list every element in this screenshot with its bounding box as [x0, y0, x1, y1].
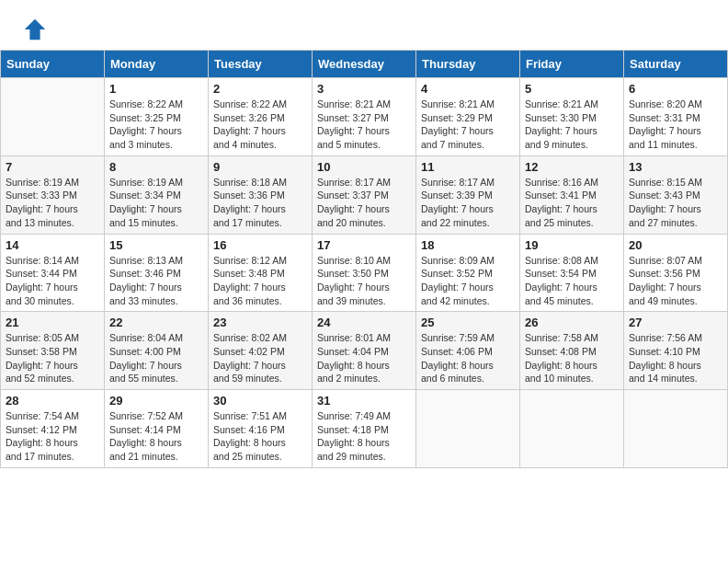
- calendar-cell: [624, 390, 728, 468]
- day-number: 19: [525, 238, 619, 252]
- day-info: Sunrise: 8:21 AM Sunset: 3:27 PM Dayligh…: [317, 98, 411, 152]
- day-info: Sunrise: 8:21 AM Sunset: 3:29 PM Dayligh…: [421, 98, 515, 152]
- day-info: Sunrise: 8:14 AM Sunset: 3:44 PM Dayligh…: [6, 254, 99, 308]
- day-info: Sunrise: 8:22 AM Sunset: 3:25 PM Dayligh…: [109, 98, 203, 152]
- week-row-4: 21Sunrise: 8:05 AM Sunset: 3:58 PM Dayli…: [1, 312, 728, 390]
- day-info: Sunrise: 7:58 AM Sunset: 4:08 PM Dayligh…: [525, 331, 619, 385]
- day-info: Sunrise: 8:19 AM Sunset: 3:34 PM Dayligh…: [109, 176, 203, 230]
- day-number: 2: [213, 82, 307, 96]
- day-info: Sunrise: 8:12 AM Sunset: 3:48 PM Dayligh…: [213, 254, 307, 308]
- calendar-cell: 15Sunrise: 8:13 AM Sunset: 3:46 PM Dayli…: [105, 234, 209, 312]
- day-info: Sunrise: 7:52 AM Sunset: 4:14 PM Dayligh…: [109, 409, 203, 464]
- day-info: Sunrise: 8:05 AM Sunset: 3:58 PM Dayligh…: [6, 331, 99, 385]
- day-info: Sunrise: 7:54 AM Sunset: 4:12 PM Dayligh…: [6, 409, 99, 464]
- day-number: 3: [317, 82, 411, 96]
- day-number: 17: [317, 238, 411, 252]
- weekday-header-sunday: Sunday: [1, 51, 105, 78]
- day-info: Sunrise: 8:18 AM Sunset: 3:36 PM Dayligh…: [213, 176, 307, 230]
- calendar-cell: 26Sunrise: 7:58 AM Sunset: 4:08 PM Dayli…: [520, 312, 624, 390]
- calendar-cell: 24Sunrise: 8:01 AM Sunset: 4:04 PM Dayli…: [313, 312, 416, 390]
- day-number: 16: [213, 238, 307, 252]
- day-info: Sunrise: 8:20 AM Sunset: 3:31 PM Dayligh…: [629, 98, 722, 152]
- week-row-3: 14Sunrise: 8:14 AM Sunset: 3:44 PM Dayli…: [1, 234, 728, 312]
- day-info: Sunrise: 8:09 AM Sunset: 3:52 PM Dayligh…: [421, 254, 515, 308]
- weekday-header-thursday: Thursday: [416, 51, 520, 78]
- day-number: 12: [525, 160, 619, 174]
- calendar-cell: 7Sunrise: 8:19 AM Sunset: 3:33 PM Daylig…: [1, 155, 105, 234]
- day-info: Sunrise: 8:13 AM Sunset: 3:46 PM Dayligh…: [109, 254, 203, 308]
- calendar-cell: 31Sunrise: 7:49 AM Sunset: 4:18 PM Dayli…: [313, 390, 416, 468]
- day-number: 5: [525, 82, 619, 96]
- week-row-5: 28Sunrise: 7:54 AM Sunset: 4:12 PM Dayli…: [1, 390, 728, 468]
- day-number: 8: [109, 160, 203, 174]
- day-number: 18: [421, 238, 515, 252]
- day-number: 20: [629, 238, 722, 252]
- calendar-cell: 11Sunrise: 8:17 AM Sunset: 3:39 PM Dayli…: [416, 155, 520, 234]
- calendar-table: SundayMondayTuesdayWednesdayThursdayFrid…: [0, 50, 728, 468]
- day-number: 1: [109, 82, 203, 96]
- day-number: 9: [213, 160, 307, 174]
- day-info: Sunrise: 7:49 AM Sunset: 4:18 PM Dayligh…: [317, 409, 411, 464]
- calendar-cell: 9Sunrise: 8:18 AM Sunset: 3:36 PM Daylig…: [209, 155, 313, 234]
- day-number: 15: [109, 238, 203, 252]
- day-info: Sunrise: 8:07 AM Sunset: 3:56 PM Dayligh…: [629, 254, 722, 308]
- day-number: 29: [109, 394, 203, 408]
- calendar-cell: 5Sunrise: 8:21 AM Sunset: 3:30 PM Daylig…: [520, 78, 624, 156]
- weekday-header-saturday: Saturday: [624, 51, 728, 78]
- week-row-2: 7Sunrise: 8:19 AM Sunset: 3:33 PM Daylig…: [1, 155, 728, 234]
- day-number: 27: [629, 316, 722, 329]
- day-info: Sunrise: 8:16 AM Sunset: 3:41 PM Dayligh…: [525, 176, 619, 230]
- day-info: Sunrise: 8:17 AM Sunset: 3:39 PM Dayligh…: [421, 176, 515, 230]
- day-number: 10: [317, 160, 411, 174]
- day-number: 7: [6, 160, 99, 174]
- calendar-cell: 25Sunrise: 7:59 AM Sunset: 4:06 PM Dayli…: [416, 312, 520, 390]
- calendar-cell: 6Sunrise: 8:20 AM Sunset: 3:31 PM Daylig…: [624, 78, 728, 156]
- day-number: 22: [109, 316, 203, 329]
- day-info: Sunrise: 8:04 AM Sunset: 4:00 PM Dayligh…: [109, 331, 203, 385]
- calendar-cell: 18Sunrise: 8:09 AM Sunset: 3:52 PM Dayli…: [416, 234, 520, 312]
- day-info: Sunrise: 7:56 AM Sunset: 4:10 PM Dayligh…: [629, 331, 722, 385]
- day-info: Sunrise: 8:01 AM Sunset: 4:04 PM Dayligh…: [317, 331, 411, 385]
- calendar-cell: 4Sunrise: 8:21 AM Sunset: 3:29 PM Daylig…: [416, 78, 520, 156]
- weekday-header-row: SundayMondayTuesdayWednesdayThursdayFrid…: [1, 51, 728, 78]
- day-info: Sunrise: 8:02 AM Sunset: 4:02 PM Dayligh…: [213, 331, 307, 385]
- calendar-cell: 14Sunrise: 8:14 AM Sunset: 3:44 PM Dayli…: [1, 234, 105, 312]
- day-number: 13: [629, 160, 722, 174]
- week-row-1: 1Sunrise: 8:22 AM Sunset: 3:25 PM Daylig…: [1, 78, 728, 156]
- calendar-cell: 22Sunrise: 8:04 AM Sunset: 4:00 PM Dayli…: [105, 312, 209, 390]
- weekday-header-tuesday: Tuesday: [209, 51, 313, 78]
- calendar-cell: [416, 390, 520, 468]
- weekday-header-friday: Friday: [520, 51, 624, 78]
- calendar-cell: 30Sunrise: 7:51 AM Sunset: 4:16 PM Dayli…: [209, 390, 313, 468]
- day-number: 11: [421, 160, 515, 174]
- logo: [22, 17, 51, 42]
- day-number: 14: [6, 238, 99, 252]
- calendar-cell: 8Sunrise: 8:19 AM Sunset: 3:34 PM Daylig…: [105, 155, 209, 234]
- day-info: Sunrise: 8:17 AM Sunset: 3:37 PM Dayligh…: [317, 176, 411, 230]
- day-info: Sunrise: 8:21 AM Sunset: 3:30 PM Dayligh…: [525, 98, 619, 152]
- calendar-cell: 28Sunrise: 7:54 AM Sunset: 4:12 PM Dayli…: [1, 390, 105, 468]
- day-number: 28: [6, 394, 99, 408]
- calendar-cell: 16Sunrise: 8:12 AM Sunset: 3:48 PM Dayli…: [209, 234, 313, 312]
- calendar-cell: 2Sunrise: 8:22 AM Sunset: 3:26 PM Daylig…: [209, 78, 313, 156]
- weekday-header-monday: Monday: [105, 51, 209, 78]
- day-info: Sunrise: 8:15 AM Sunset: 3:43 PM Dayligh…: [629, 176, 722, 230]
- calendar-cell: 17Sunrise: 8:10 AM Sunset: 3:50 PM Dayli…: [313, 234, 416, 312]
- calendar-cell: 27Sunrise: 7:56 AM Sunset: 4:10 PM Dayli…: [624, 312, 728, 390]
- calendar-cell: 12Sunrise: 8:16 AM Sunset: 3:41 PM Dayli…: [520, 155, 624, 234]
- day-number: 30: [213, 394, 307, 408]
- day-number: 6: [629, 82, 722, 96]
- calendar-cell: 20Sunrise: 8:07 AM Sunset: 3:56 PM Dayli…: [624, 234, 728, 312]
- day-info: Sunrise: 8:19 AM Sunset: 3:33 PM Dayligh…: [6, 176, 99, 230]
- day-number: 24: [317, 316, 411, 329]
- day-info: Sunrise: 8:08 AM Sunset: 3:54 PM Dayligh…: [525, 254, 619, 308]
- day-info: Sunrise: 8:22 AM Sunset: 3:26 PM Dayligh…: [213, 98, 307, 152]
- calendar-cell: 19Sunrise: 8:08 AM Sunset: 3:54 PM Dayli…: [520, 234, 624, 312]
- calendar-cell: 13Sunrise: 8:15 AM Sunset: 3:43 PM Dayli…: [624, 155, 728, 234]
- day-number: 31: [317, 394, 411, 408]
- calendar-cell: 1Sunrise: 8:22 AM Sunset: 3:25 PM Daylig…: [105, 78, 209, 156]
- day-info: Sunrise: 7:59 AM Sunset: 4:06 PM Dayligh…: [421, 331, 515, 385]
- day-info: Sunrise: 7:51 AM Sunset: 4:16 PM Dayligh…: [213, 409, 307, 464]
- calendar-cell: [520, 390, 624, 468]
- calendar-cell: 23Sunrise: 8:02 AM Sunset: 4:02 PM Dayli…: [209, 312, 313, 390]
